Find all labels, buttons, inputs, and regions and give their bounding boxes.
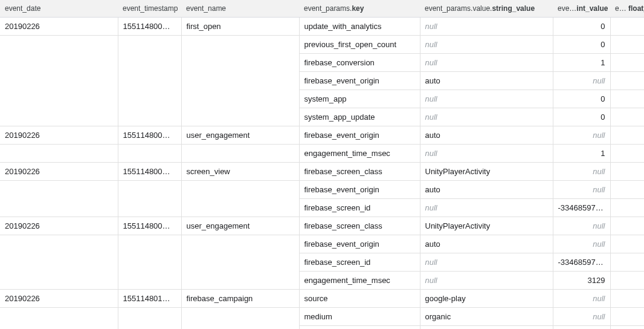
cell-event-date <box>0 326 118 330</box>
cell-event-date: 20190226 <box>0 18 118 36</box>
cell-int-value: null <box>553 235 610 253</box>
cell-int-value: null <box>553 217 610 235</box>
cell-event-name <box>181 72 299 90</box>
cell-event-name: screen_view <box>181 163 299 181</box>
cell-event-date <box>0 235 118 253</box>
cell-int-value: null <box>553 126 610 145</box>
cell-event-date: 20190226 <box>0 126 118 145</box>
cell-event-name: user_engagement <box>181 217 299 235</box>
cell-string-value: null <box>420 18 553 36</box>
cell-int-value: null <box>553 290 610 308</box>
cell-event-date <box>0 36 118 54</box>
cell-event-timestamp <box>118 36 181 54</box>
cell-int-value: 0 <box>553 18 610 36</box>
table-row[interactable]: 20190226155114800…user_engagementfirebas… <box>0 126 644 145</box>
table-row[interactable]: firebase_event_originautonull <box>0 235 644 253</box>
data-table: event_date event_timestamp event_name ev… <box>0 0 644 329</box>
cell-float-value <box>610 181 644 199</box>
cell-event-timestamp <box>118 181 181 199</box>
cell-event-name <box>181 181 299 199</box>
cell-int-value: 0 <box>553 108 610 126</box>
cell-event-date <box>0 181 118 199</box>
cell-float-value <box>610 290 644 308</box>
table-row[interactable]: 20190226155114800…user_engagementfirebas… <box>0 217 644 235</box>
cell-event-name <box>181 145 299 163</box>
col-header-event-date[interactable]: event_date <box>0 0 118 18</box>
cell-string-value: UnityPlayerActivity <box>420 217 553 235</box>
col-header-event-name[interactable]: event_name <box>181 0 299 18</box>
cell-event-timestamp: 155114800… <box>118 18 181 36</box>
cell-event-timestamp <box>118 72 181 90</box>
cell-event-name: firebase_campaign <box>181 290 299 308</box>
cell-event-timestamp <box>118 90 181 108</box>
table-row[interactable]: firebase_conversionnull1 <box>0 54 644 72</box>
cell-int-value: null <box>553 326 610 330</box>
table-row[interactable]: system_app_updatenull0 <box>0 108 644 126</box>
cell-event-date <box>0 72 118 90</box>
cell-int-value: -334685975… <box>553 253 610 272</box>
table-row[interactable]: firebase_screen_idnull-334685975… <box>0 253 644 272</box>
cell-float-value <box>610 126 644 145</box>
cell-int-value: null <box>553 308 610 326</box>
cell-event-name <box>181 235 299 253</box>
cell-param-key: system_app <box>299 90 420 108</box>
cell-string-value: organic <box>420 308 553 326</box>
cell-param-key: firebase_screen_class <box>299 163 420 181</box>
cell-event-date <box>0 272 118 290</box>
cell-event-name <box>181 90 299 108</box>
col-header-event-timestamp[interactable]: event_timestamp <box>118 0 181 18</box>
table-row[interactable]: previous_first_open_countnull0 <box>0 36 644 54</box>
col-header-string-value[interactable]: event_params.value.string_value <box>420 0 553 18</box>
table-row[interactable]: 20190226155114800…first_openupdate_with_… <box>0 18 644 36</box>
cell-float-value <box>610 145 644 163</box>
cell-float-value <box>610 199 644 217</box>
table-row[interactable]: firebase_event_originautonull <box>0 72 644 90</box>
col-header-float-value[interactable]: e… float_v <box>610 0 644 18</box>
cell-param-key: update_with_analytics <box>299 18 420 36</box>
cell-event-timestamp <box>118 235 181 253</box>
cell-event-name: first_open <box>181 18 299 36</box>
col-header-event-params-key[interactable]: event_params.key <box>299 0 420 18</box>
cell-event-date: 20190226 <box>0 290 118 308</box>
cell-event-timestamp: 155114800… <box>118 217 181 235</box>
cell-event-timestamp <box>118 308 181 326</box>
table-row[interactable]: mediumorganicnull <box>0 308 644 326</box>
cell-param-key: engagement_time_msec <box>299 272 420 290</box>
cell-event-name <box>181 199 299 217</box>
cell-event-timestamp <box>118 54 181 72</box>
cell-param-key: previous_first_open_count <box>299 36 420 54</box>
cell-param-key: medium <box>299 308 420 326</box>
table-row[interactable]: engagement_time_msecnull3129 <box>0 272 644 290</box>
cell-string-value: null <box>420 54 553 72</box>
cell-event-timestamp <box>118 326 181 330</box>
table-body: 20190226155114800…first_openupdate_with_… <box>0 18 644 330</box>
table-row[interactable]: firebase_event_originautonull <box>0 181 644 199</box>
cell-event-timestamp <box>118 272 181 290</box>
cell-event-date <box>0 108 118 126</box>
cell-event-date: 20190226 <box>0 163 118 181</box>
cell-string-value: auto <box>420 181 553 199</box>
table-row[interactable]: firebase_screen_idnull-334685975… <box>0 199 644 217</box>
table-row[interactable]: firebase_event_originautonull <box>0 326 644 330</box>
col-header-int-value[interactable]: eve…int_value <box>553 0 610 18</box>
cell-string-value: null <box>420 272 553 290</box>
cell-int-value: null <box>553 181 610 199</box>
cell-event-timestamp: 155114800… <box>118 126 181 145</box>
cell-string-value: null <box>420 36 553 54</box>
table-header-row: event_date event_timestamp event_name ev… <box>0 0 644 18</box>
cell-float-value <box>610 54 644 72</box>
cell-param-key: firebase_screen_id <box>299 253 420 272</box>
cell-param-key: firebase_event_origin <box>299 181 420 199</box>
cell-param-key: engagement_time_msec <box>299 145 420 163</box>
cell-string-value: auto <box>420 235 553 253</box>
cell-event-date <box>0 145 118 163</box>
cell-event-date <box>0 90 118 108</box>
cell-float-value <box>610 308 644 326</box>
table-row[interactable]: 20190226155114801…firebase_campaignsourc… <box>0 290 644 308</box>
cell-event-name <box>181 108 299 126</box>
table-row[interactable]: 20190226155114800…screen_viewfirebase_sc… <box>0 163 644 181</box>
cell-event-timestamp: 155114800… <box>118 163 181 181</box>
table-row[interactable]: engagement_time_msecnull1 <box>0 145 644 163</box>
cell-int-value: null <box>553 72 610 90</box>
table-row[interactable]: system_appnull0 <box>0 90 644 108</box>
